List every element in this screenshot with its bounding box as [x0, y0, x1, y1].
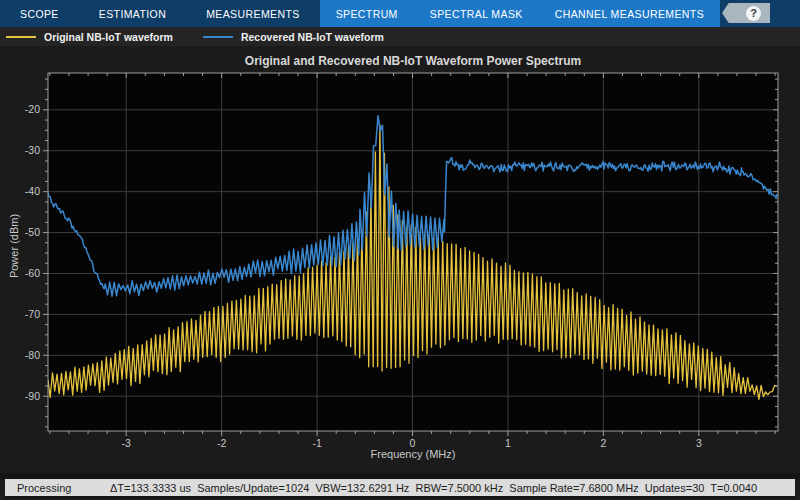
y-tick-label: -80 — [25, 349, 40, 361]
spectrum-analyzer-window: SCOPEESTIMATIONMEASUREMENTS SPECTRUMSPEC… — [0, 0, 800, 500]
tab-channel-measurements[interactable]: CHANNEL MEASUREMENTS — [539, 0, 720, 27]
y-tick-label: -90 — [25, 390, 40, 402]
legend-label: Recovered NB-IoT waveform — [241, 31, 384, 43]
plot-area[interactable]: -3-2-10123-20-30-40-50-60-70-80-90 — [0, 46, 800, 473]
help-icon: ? — [746, 6, 761, 21]
tab-spectrum[interactable]: SPECTRUM — [320, 0, 414, 27]
x-axis-label: Frequency (MHz) — [48, 448, 778, 460]
legend-item-recovered[interactable]: Recovered NB-IoT waveform — [203, 31, 384, 43]
help-button[interactable]: ? — [722, 3, 770, 23]
tab-scope[interactable]: SCOPE — [0, 0, 79, 27]
legend-label: Original NB-IoT waveform — [44, 31, 173, 43]
legend-line-swatch — [203, 36, 233, 38]
status-stats: ΔT=133.3333 us Samples/Update=1024 VBW=1… — [110, 482, 757, 494]
tab-spectral-mask[interactable]: SPECTRAL MASK — [414, 0, 539, 27]
y-tick-label: -60 — [25, 267, 40, 279]
status-bar: Processing ΔT=133.3333 us Samples/Update… — [5, 479, 795, 498]
legend-line-swatch — [6, 36, 36, 38]
tab-group-spectrum: SPECTRUMSPECTRAL MASKCHANNEL MEASUREMENT… — [320, 0, 720, 27]
figure-area: Original and Recovered NB-IoT Waveform P… — [0, 46, 800, 473]
legend-item-original[interactable]: Original NB-IoT waveform — [6, 31, 173, 43]
toolstrip-tabbar: SCOPEESTIMATIONMEASUREMENTS SPECTRUMSPEC… — [0, 0, 800, 27]
y-axis-label: Power (dBm) — [8, 186, 20, 306]
status-state: Processing — [17, 482, 71, 494]
tab-group-main: SCOPEESTIMATIONMEASUREMENTS — [0, 0, 320, 27]
y-tick-label: -70 — [25, 308, 40, 320]
y-tick-label: -20 — [25, 103, 40, 115]
legend-bar: Original NB-IoT waveformRecovered NB-IoT… — [0, 27, 800, 46]
y-tick-label: -30 — [25, 144, 40, 156]
tab-measurements[interactable]: MEASUREMENTS — [186, 0, 319, 27]
y-tick-label: -50 — [25, 226, 40, 238]
y-tick-label: -40 — [25, 185, 40, 197]
tab-estimation[interactable]: ESTIMATION — [79, 0, 186, 27]
